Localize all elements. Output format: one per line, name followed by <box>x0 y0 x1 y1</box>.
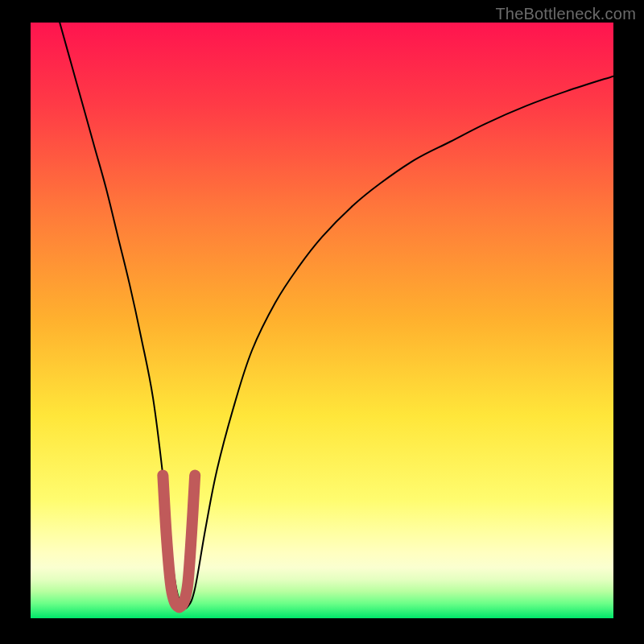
optimal-region-curve <box>163 475 195 607</box>
chart-svg <box>31 23 613 618</box>
bottleneck-curve <box>60 23 613 609</box>
plot-area <box>31 23 613 618</box>
watermark-text: TheBottleneck.com <box>495 5 636 23</box>
